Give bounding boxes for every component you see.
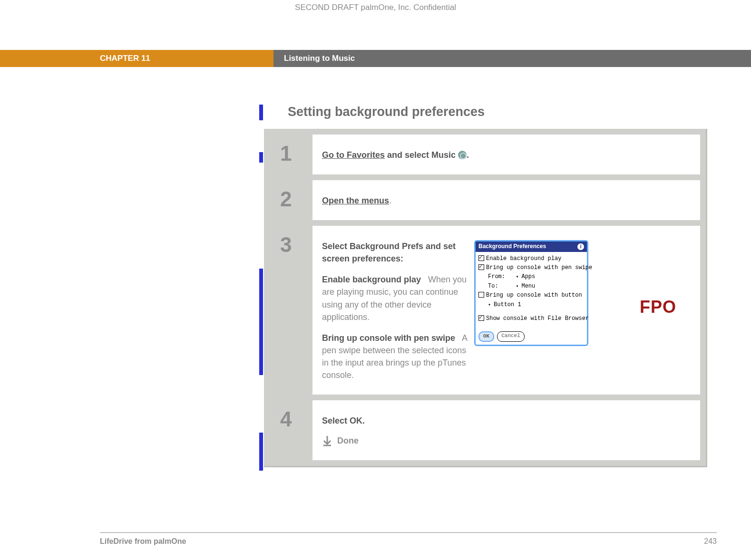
content-area: Setting background preferences 1 Go to F… — [264, 105, 707, 467]
confidential-header: SECOND DRAFT palmOne, Inc. Confidential — [0, 3, 751, 12]
option-title: Bring up console with pen swipe — [322, 333, 455, 343]
done-row: Done — [322, 434, 365, 447]
dialog-option: Show console with File Browser — [486, 315, 589, 323]
chapter-header: CHAPTER 11 Listening to Music — [0, 50, 751, 67]
page-number: 243 — [704, 537, 717, 546]
step-marker — [259, 152, 263, 163]
step-row: 4 Select OK. Done — [270, 400, 700, 460]
step-text: and select Music — [385, 150, 458, 160]
step-number-area: 2 — [270, 180, 312, 220]
step-body: Select Background Prefs and set screen p… — [312, 226, 700, 395]
step-number-area: 3 — [270, 226, 312, 395]
step-body: Open the menus. — [312, 180, 700, 220]
done-arrow-icon — [322, 435, 332, 446]
button-dropdown[interactable]: Button 1 — [488, 301, 521, 309]
dialog-buttons: OK Cancel — [476, 328, 587, 345]
steps-container: 1 Go to Favorites and select Music . 2 O… — [264, 129, 707, 467]
step-text: Select OK. — [322, 415, 365, 427]
step-graphic: Background Preferences i Enable backgrou… — [469, 240, 691, 381]
step-number: 1 — [270, 135, 312, 165]
chapter-label: CHAPTER 11 — [0, 50, 273, 67]
from-label: From: — [488, 273, 505, 281]
to-dropdown[interactable]: Menu — [516, 282, 535, 290]
chapter-title: Listening to Music — [273, 50, 751, 67]
step-number-area: 4 — [270, 400, 312, 460]
step-intro: Select Background Prefs and set screen p… — [322, 240, 469, 265]
favorites-link[interactable]: Go to Favorites — [322, 150, 385, 160]
open-menus-link[interactable]: Open the menus — [322, 196, 389, 205]
background-preferences-dialog: Background Preferences i Enable backgrou… — [474, 240, 588, 346]
step-row: 2 Open the menus. — [270, 180, 700, 220]
step-body: Select OK. Done — [312, 400, 700, 460]
dialog-titlebar: Background Preferences i — [476, 241, 587, 251]
dialog-title: Background Preferences — [478, 242, 546, 251]
checkbox-checked-icon[interactable] — [478, 315, 484, 321]
section-title: Setting background preferences — [288, 105, 707, 119]
step-marker — [259, 433, 263, 471]
step-marker — [259, 269, 263, 375]
step-row: 1 Go to Favorites and select Music . — [270, 135, 700, 174]
info-icon[interactable]: i — [577, 243, 584, 250]
step-text: . — [467, 150, 469, 160]
step-body: Go to Favorites and select Music . — [312, 135, 700, 174]
step-row: 3 Select Background Prefs and set screen… — [270, 226, 700, 395]
footer-product: LifeDrive from palmOne — [100, 537, 186, 546]
dialog-content: Enable background play Bring up console … — [476, 252, 587, 329]
fpo-label: FPO — [640, 295, 676, 319]
checkbox-unchecked-icon[interactable] — [478, 292, 484, 298]
dialog-option: Enable background play — [486, 255, 561, 263]
ok-button[interactable]: OK — [478, 331, 494, 342]
step-number-area: 1 — [270, 135, 312, 174]
step-number: 2 — [270, 180, 312, 211]
cancel-button[interactable]: Cancel — [497, 331, 525, 342]
music-icon — [458, 151, 467, 159]
done-label: Done — [337, 434, 359, 447]
page-footer: LifeDrive from palmOne 243 — [100, 537, 717, 546]
section-marker — [259, 105, 263, 120]
to-label: To: — [488, 282, 498, 290]
option-title: Enable background play — [322, 275, 421, 284]
checkbox-checked-icon[interactable] — [478, 264, 484, 270]
dialog-option: Bring up console with button — [486, 291, 582, 299]
step-number: 3 — [270, 226, 312, 257]
step-number: 4 — [270, 400, 312, 431]
from-dropdown[interactable]: Apps — [516, 273, 535, 281]
checkbox-checked-icon[interactable] — [478, 255, 484, 261]
step-text: . — [389, 196, 391, 205]
footer-rule — [100, 532, 717, 533]
dialog-option: Bring up console with pen swipe — [486, 264, 592, 272]
